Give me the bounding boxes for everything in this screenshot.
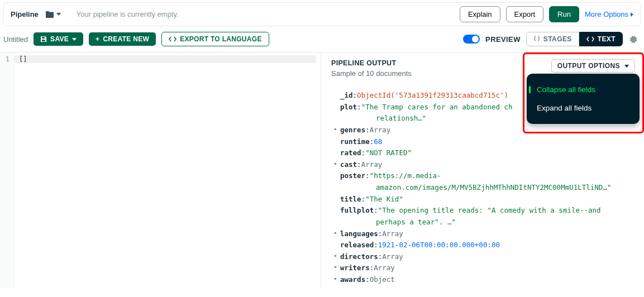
- action-right-group: PREVIEW STAGES TEXT: [463, 32, 637, 46]
- stages-label: STAGES: [543, 35, 572, 43]
- pipeline-name: Untitled: [3, 35, 28, 44]
- field-row: title: "The Kid": [331, 194, 635, 205]
- expand-icon[interactable]: ▸: [331, 262, 340, 274]
- editor-gutter: 1: [0, 52, 15, 288]
- field-row[interactable]: ▸awards: Object: [331, 274, 635, 286]
- output-options-wrap: OUTPUT OPTIONS: [551, 59, 635, 73]
- save-icon: [40, 36, 47, 42]
- output-subtitle: Sample of 10 documents: [331, 69, 412, 78]
- chevron-down-icon: [72, 38, 77, 41]
- output-header-left: PIPELINE OUTPUT Sample of 10 documents: [331, 59, 412, 78]
- settings-button[interactable]: [628, 35, 637, 44]
- field-row[interactable]: ▸cast: Array: [331, 159, 635, 171]
- chevron-down-icon: [624, 65, 629, 68]
- expand-icon[interactable]: ▸: [331, 274, 340, 286]
- expand-icon[interactable]: ▸: [331, 159, 340, 171]
- field-row: released: 1921-02-06T00:00:00.000+00:00: [331, 239, 635, 251]
- output-options-button[interactable]: OUTPUT OPTIONS: [551, 59, 635, 73]
- explain-button[interactable]: Explain: [460, 6, 500, 22]
- export-button[interactable]: Export: [506, 6, 544, 22]
- collapse-all-option[interactable]: Collapse all fields: [527, 80, 640, 99]
- field-row: poster: "https://m.media-: [331, 170, 635, 182]
- field-value-wrap: perhaps a tear". …": [331, 217, 635, 228]
- create-new-label: CREATE NEW: [103, 35, 149, 43]
- empty-pipeline-message: Your pipeline is currently empty.: [77, 10, 179, 18]
- expand-icon[interactable]: ▸: [331, 251, 340, 263]
- editor-pane: 1 []: [0, 52, 321, 288]
- save-label: SAVE: [50, 35, 69, 43]
- expand-icon[interactable]: ▸: [331, 124, 340, 136]
- more-options-label: More Options: [585, 10, 628, 18]
- field-row: fullplot: "The opening title reads: "A c…: [331, 205, 635, 217]
- top-right-group: Explain Export Run More Options: [460, 6, 633, 22]
- text-label: TEXT: [598, 35, 616, 43]
- text-tab[interactable]: TEXT: [579, 32, 623, 46]
- field-row[interactable]: ▸directors: Array: [331, 251, 635, 263]
- save-button[interactable]: SAVE: [34, 32, 83, 46]
- line-number: 1: [0, 55, 9, 63]
- braces-icon: [533, 36, 540, 42]
- folder-icon[interactable]: [45, 11, 61, 18]
- plus-icon: +: [96, 35, 99, 43]
- gear-icon: [628, 35, 637, 44]
- expand-icon[interactable]: ▸: [331, 228, 340, 240]
- preview-toggle[interactable]: [463, 35, 480, 44]
- field-row[interactable]: ▸writers: Array: [331, 262, 635, 274]
- code-icon: [586, 36, 594, 42]
- main-area: 1 [] PIPELINE OUTPUT Sample of 10 docume…: [0, 52, 644, 288]
- field-value-wrap: amazon.com/images/M/MV5BZjhhMThhNDItNTY2…: [331, 182, 635, 194]
- field-row: runtime: 68: [331, 136, 635, 148]
- output-pane: PIPELINE OUTPUT Sample of 10 documents O…: [321, 52, 644, 288]
- top-left-group: Pipeline: [11, 10, 61, 18]
- chevron-down-icon: [56, 13, 61, 16]
- output-options-dropdown: Collapse all fields Expand all fields: [527, 74, 640, 124]
- more-options-link[interactable]: More Options: [585, 10, 633, 18]
- expand-all-option[interactable]: Expand all fields: [527, 99, 640, 117]
- output-options-label: OUTPUT OPTIONS: [557, 62, 620, 70]
- code-icon: [169, 36, 176, 42]
- create-new-button[interactable]: + CREATE NEW: [89, 32, 156, 46]
- top-bar: Pipeline Your pipeline is currently empt…: [3, 2, 641, 26]
- run-button[interactable]: Run: [549, 6, 579, 22]
- code-line: []: [15, 55, 316, 63]
- field-row[interactable]: ▸genres: Array: [331, 124, 635, 136]
- preview-label: PREVIEW: [485, 35, 521, 44]
- field-row: rated: "NOT RATED": [331, 147, 635, 159]
- stages-tab[interactable]: STAGES: [526, 32, 579, 46]
- export-language-label: EXPORT TO LANGUAGE: [180, 35, 262, 43]
- export-language-button[interactable]: EXPORT TO LANGUAGE: [161, 32, 269, 46]
- field-row: lastupdated: "2015-09-05 00:24:11.143000…: [331, 286, 635, 288]
- field-row[interactable]: ▸languages: Array: [331, 228, 635, 240]
- action-bar: Untitled SAVE + CREATE NEW EXPORT TO LAN…: [0, 26, 644, 52]
- pipeline-label: Pipeline: [11, 10, 39, 18]
- code-editor[interactable]: []: [15, 52, 321, 288]
- caret-right-icon: [631, 12, 633, 17]
- view-segment-control: STAGES TEXT: [526, 32, 623, 46]
- output-title: PIPELINE OUTPUT: [331, 59, 412, 67]
